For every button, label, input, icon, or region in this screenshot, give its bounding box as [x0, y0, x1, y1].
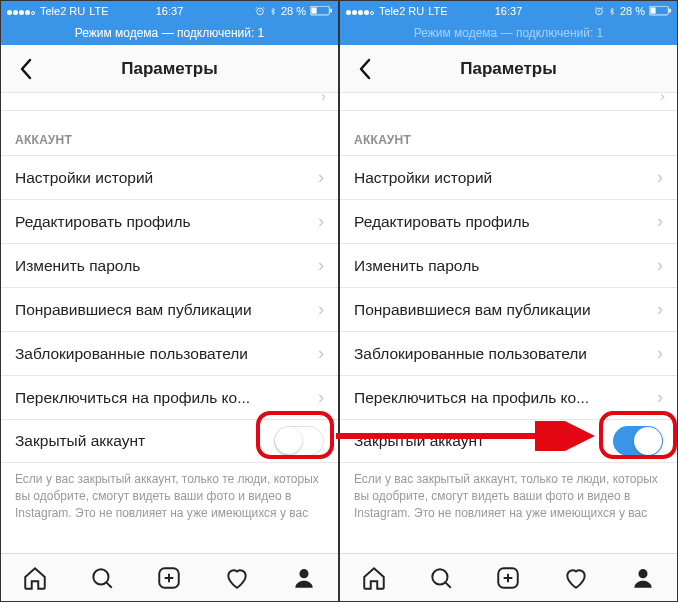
- hotspot-bar[interactable]: Режим модема — подключений: 1: [1, 21, 338, 45]
- svg-point-4: [93, 569, 108, 584]
- row-story-settings[interactable]: Настройки историй›: [340, 155, 677, 199]
- settings-list: Настройки историй› Редактировать профиль…: [340, 155, 677, 463]
- chevron-right-icon: ›: [657, 167, 663, 188]
- phone-screenshot-right: Tele2 RU LTE 16:37 28 % Режим модема — п…: [340, 1, 677, 601]
- status-bar: Tele2 RU LTE 16:37 28 %: [340, 1, 677, 21]
- status-bar: Tele2 RU LTE 16:37 28 %: [1, 1, 338, 21]
- hotspot-bar[interactable]: Режим модема — подключений: 1: [340, 21, 677, 45]
- row-label: Изменить пароль: [354, 257, 479, 275]
- row-liked-posts[interactable]: Понравившиеся вам публикации›: [1, 287, 338, 331]
- profile-icon: [291, 565, 317, 591]
- chevron-right-icon: ›: [318, 167, 324, 188]
- tab-add[interactable]: [152, 561, 186, 595]
- tab-add[interactable]: [491, 561, 525, 595]
- svg-point-13: [639, 569, 648, 578]
- chevron-left-icon: [358, 58, 372, 80]
- footer-explanation: Если у вас закрытый аккаунт, только те л…: [340, 463, 677, 521]
- row-story-settings[interactable]: Настройки историй›: [1, 155, 338, 199]
- row-liked-posts[interactable]: Понравившиеся вам публикации›: [340, 287, 677, 331]
- svg-point-6: [300, 569, 309, 578]
- chevron-right-icon: ›: [657, 343, 663, 364]
- tab-bar: [340, 553, 677, 601]
- row-label: Переключиться на профиль ко...: [354, 389, 589, 407]
- profile-icon: [630, 565, 656, 591]
- chevron-right-icon: ›: [657, 299, 663, 320]
- chevron-right-icon: ›: [657, 255, 663, 276]
- row-label: Закрытый аккаунт: [354, 432, 484, 450]
- battery-pct-label: 28 %: [281, 5, 306, 17]
- chevron-right-icon: ›: [657, 387, 663, 408]
- row-switch-profile[interactable]: Переключиться на профиль ко...›: [1, 375, 338, 419]
- phone-screenshot-left: Tele2 RU LTE 16:37 28 % Режим модема — п…: [1, 1, 338, 601]
- tab-activity[interactable]: [559, 561, 593, 595]
- tab-profile[interactable]: [626, 561, 660, 595]
- row-private-account: Закрытый аккаунт: [340, 419, 677, 463]
- bluetooth-icon: [608, 6, 616, 17]
- battery-icon: [649, 6, 671, 16]
- row-change-password[interactable]: Изменить пароль›: [1, 243, 338, 287]
- row-label: Заблокированные пользователи: [15, 345, 248, 363]
- row-label: Изменить пароль: [15, 257, 140, 275]
- carrier-label: Tele2 RU: [379, 5, 424, 17]
- tab-activity[interactable]: [220, 561, 254, 595]
- row-label: Понравившиеся вам публикации: [354, 301, 591, 319]
- page-title: Параметры: [460, 59, 557, 79]
- svg-rect-10: [669, 9, 671, 13]
- tab-bar: [1, 553, 338, 601]
- row-change-password[interactable]: Изменить пароль›: [340, 243, 677, 287]
- private-account-toggle[interactable]: [613, 426, 663, 456]
- svg-rect-9: [650, 7, 655, 13]
- tab-search[interactable]: [424, 561, 458, 595]
- add-post-icon: [495, 565, 521, 591]
- chevron-right-icon: ›: [318, 387, 324, 408]
- carrier-label: Tele2 RU: [40, 5, 85, 17]
- tab-profile[interactable]: [287, 561, 321, 595]
- chevron-right-icon: ›: [321, 93, 326, 104]
- chevron-right-icon: ›: [318, 299, 324, 320]
- tab-home[interactable]: [357, 561, 391, 595]
- home-icon: [22, 565, 48, 591]
- chevron-left-icon: [19, 58, 33, 80]
- signal-dots-icon: [346, 5, 375, 17]
- signal-dots-icon: [7, 5, 36, 17]
- search-icon: [428, 565, 454, 591]
- section-header-account: АККАУНТ: [1, 111, 338, 155]
- row-label: Закрытый аккаунт: [15, 432, 145, 450]
- svg-point-11: [432, 569, 447, 584]
- row-label: Переключиться на профиль ко...: [15, 389, 250, 407]
- row-edit-profile[interactable]: Редактировать профиль›: [1, 199, 338, 243]
- svg-rect-3: [330, 9, 332, 13]
- row-label: Настройки историй: [15, 169, 153, 187]
- back-button[interactable]: [348, 45, 382, 92]
- row-edit-profile[interactable]: Редактировать профиль›: [340, 199, 677, 243]
- tab-search[interactable]: [85, 561, 119, 595]
- section-header-account: АККАУНТ: [340, 111, 677, 155]
- add-post-icon: [156, 565, 182, 591]
- alarm-icon: [594, 6, 604, 16]
- row-switch-profile[interactable]: Переключиться на профиль ко...›: [340, 375, 677, 419]
- row-blocked-users[interactable]: Заблокированные пользователи›: [340, 331, 677, 375]
- row-blocked-users[interactable]: Заблокированные пользователи›: [1, 331, 338, 375]
- tab-home[interactable]: [18, 561, 52, 595]
- bluetooth-icon: [269, 6, 277, 17]
- row-label: Заблокированные пользователи: [354, 345, 587, 363]
- chevron-right-icon: ›: [660, 93, 665, 104]
- page-title: Параметры: [121, 59, 218, 79]
- chevron-right-icon: ›: [318, 343, 324, 364]
- alarm-icon: [255, 6, 265, 16]
- partial-row-above[interactable]: ›: [340, 93, 677, 111]
- row-private-account: Закрытый аккаунт: [1, 419, 338, 463]
- svg-rect-2: [311, 7, 316, 13]
- back-button[interactable]: [9, 45, 43, 92]
- row-label: Понравившиеся вам публикации: [15, 301, 252, 319]
- chevron-right-icon: ›: [318, 211, 324, 232]
- chevron-right-icon: ›: [318, 255, 324, 276]
- partial-row-above[interactable]: ›: [1, 93, 338, 111]
- battery-pct-label: 28 %: [620, 5, 645, 17]
- heart-icon: [563, 565, 589, 591]
- search-icon: [89, 565, 115, 591]
- home-icon: [361, 565, 387, 591]
- private-account-toggle[interactable]: [274, 426, 324, 456]
- network-label: LTE: [89, 5, 108, 17]
- battery-icon: [310, 6, 332, 16]
